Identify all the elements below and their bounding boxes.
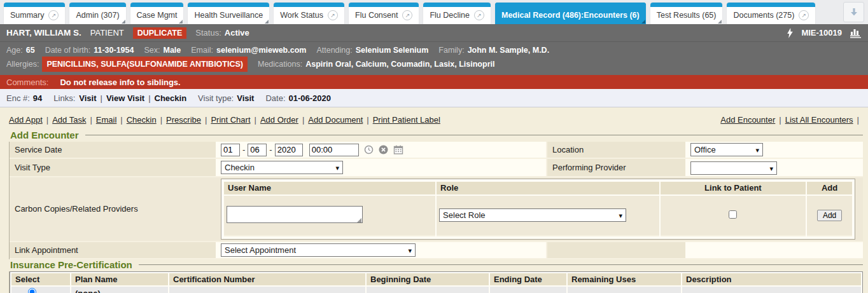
role-selected-value: Select Role <box>443 210 485 220</box>
tab-medical-record-encounters[interactable]: Medical Record (486):Encounters (6) <box>495 3 646 24</box>
tab-label: Documents (275) <box>733 11 794 20</box>
visit-type-field-label: Visit Type <box>10 158 216 177</box>
tab-accent-strip <box>727 3 815 7</box>
calendar-icon[interactable] <box>393 145 403 154</box>
view-visit-link[interactable]: View Visit <box>106 93 144 103</box>
location-select[interactable]: Office <box>690 143 763 156</box>
visit-type-row: Visit Type Checkin Performing Provider <box>10 158 863 177</box>
role-select[interactable]: Select Role <box>439 208 626 222</box>
link-appointment-selected-value: Select Appointment <box>225 245 296 255</box>
tab-flu-consent[interactable]: Flu Consent <box>349 3 419 24</box>
tab-accent-strip <box>423 3 491 7</box>
separator <box>857 115 859 125</box>
tab-label: Health Surveillance <box>194 11 263 20</box>
clock-icon[interactable] <box>364 145 374 154</box>
duplicate-badge[interactable]: DUPLICATE <box>133 27 187 39</box>
action-links-right: Add Encounter List All Encounters <box>720 115 859 125</box>
location-selected-value: Office <box>694 145 716 154</box>
popout-icon[interactable] <box>402 10 412 20</box>
list-all-encounters-link[interactable]: List All Encounters <box>785 115 853 125</box>
lightning-icon[interactable] <box>787 28 794 38</box>
tab-flu-decline[interactable]: Flu Decline <box>423 3 491 24</box>
link-to-patient-header: Link to Patient <box>661 182 806 194</box>
service-date-year-input[interactable] <box>275 144 303 156</box>
status-value: Active <box>225 28 249 37</box>
medications-value: Aspirin Oral, Calcium, Coumadin, Lasix, … <box>305 58 494 71</box>
tab-label: Flu Consent <box>355 11 398 20</box>
chevron-down-icon <box>614 210 623 220</box>
add-order-link[interactable]: Add Order <box>260 115 298 125</box>
separator <box>779 115 781 125</box>
tab-work-status[interactable]: Work Status <box>274 3 344 24</box>
ending-date-header: Ending Date <box>490 273 566 285</box>
role-header: Role <box>437 182 659 194</box>
user-name-input[interactable] <box>227 206 363 223</box>
demographics-line-1: Age:65 Date of birth:11-30-1954 Sex:Male… <box>6 44 862 57</box>
age-label: Age: <box>6 44 23 57</box>
tab-test-results[interactable]: Test Results (65) <box>650 3 723 24</box>
add-task-link[interactable]: Add Task <box>52 115 86 125</box>
fold-corner-icon <box>718 20 722 24</box>
add-appt-link[interactable]: Add Appt <box>9 115 43 125</box>
tab-label: Admin (307) <box>76 11 119 20</box>
insurance-precert-legend: Insurance Pre-Certification <box>5 259 863 270</box>
chevron-down-icon <box>403 245 412 255</box>
tab-case-mgmt[interactable]: Case Mgmt <box>130 3 184 24</box>
tab-admin[interactable]: Admin (307) <box>69 3 125 24</box>
family-value: John M. Sample, M.D. <box>468 44 550 57</box>
tab-summary[interactable]: Summary <box>4 3 65 24</box>
precert-none-radio[interactable] <box>28 288 36 293</box>
separator <box>255 115 256 125</box>
service-date-label: Service Date <box>10 142 216 158</box>
service-date-month-input[interactable] <box>221 144 240 156</box>
add-header: Add <box>807 182 852 194</box>
webchart-page: Summary Admin (307) Case Mgmt Health Sur… <box>0 0 868 293</box>
popout-icon[interactable] <box>48 10 59 20</box>
email-value: selenium@mieweb.com <box>216 44 306 57</box>
checkin-link[interactable]: Checkin <box>155 93 187 103</box>
demographics-line-2: Allergies:PENICILLINS, SULFA(SULFONAMIDE… <box>6 57 862 72</box>
service-date-row: Service Date <box>10 142 863 158</box>
visit-link[interactable]: Visit <box>79 93 96 103</box>
down-arrow-icon <box>849 7 859 17</box>
prescribe-link[interactable]: Prescribe <box>166 115 201 125</box>
clear-date-icon[interactable] <box>379 145 388 154</box>
status-label: Status: <box>195 28 221 37</box>
enc-number-value: 94 <box>33 93 42 103</box>
link-appointment-row: Link Appointment Select Appointment <box>10 242 863 259</box>
print-chart-link[interactable]: Print Chart <box>211 115 250 125</box>
link-appointment-select[interactable]: Select Appointment <box>221 243 416 257</box>
email-link[interactable]: Email <box>96 115 117 125</box>
tab-accent-strip <box>69 3 125 7</box>
tab-overflow-button[interactable] <box>843 2 864 22</box>
resize-grip-icon[interactable] <box>357 218 361 222</box>
links-label: Links: <box>53 93 75 103</box>
checkin-action-link[interactable]: Checkin <box>127 115 157 125</box>
visit-type-select[interactable]: Checkin <box>221 161 343 174</box>
add-carbon-copy-button[interactable]: Add <box>817 210 842 221</box>
plan-name-cell: (none) <box>71 287 168 293</box>
add-document-link[interactable]: Add Document <box>308 115 363 125</box>
tab-documents[interactable]: Documents (275) <box>727 3 815 24</box>
chevron-down-icon <box>764 163 773 173</box>
add-encounter-link[interactable]: Add Encounter <box>720 115 775 125</box>
tab-label: Summary <box>10 11 44 20</box>
separator <box>148 93 150 103</box>
insurance-precert-table: Select Plan Name Certification Number Be… <box>10 271 863 293</box>
description-header: Description <box>682 273 861 285</box>
print-patient-label-link[interactable]: Print Patient Label <box>373 115 440 125</box>
service-date-day-input[interactable] <box>248 144 267 156</box>
tab-health-surveillance[interactable]: Health Surveillance <box>188 3 269 24</box>
tab-label: Case Mgmt <box>137 11 178 20</box>
allergies-badge[interactable]: PENICILLINS, SULFA(SULFONAMIDE ANTIBIOTI… <box>42 57 248 72</box>
performing-provider-select[interactable] <box>690 161 777 175</box>
bar-chart-icon[interactable] <box>850 27 862 38</box>
popout-icon[interactable] <box>328 10 338 20</box>
popout-icon[interactable] <box>799 10 809 20</box>
patient-header: HART, WILLIAM S. PATIENT DUPLICATE Statu… <box>0 24 868 75</box>
service-time-input[interactable] <box>309 144 359 156</box>
popout-icon[interactable] <box>474 10 484 20</box>
link-appointment-label: Link Appointment <box>10 242 216 259</box>
link-to-patient-checkbox[interactable] <box>729 210 737 219</box>
patient-name-row: HART, WILLIAM S. PATIENT DUPLICATE Statu… <box>0 24 868 42</box>
